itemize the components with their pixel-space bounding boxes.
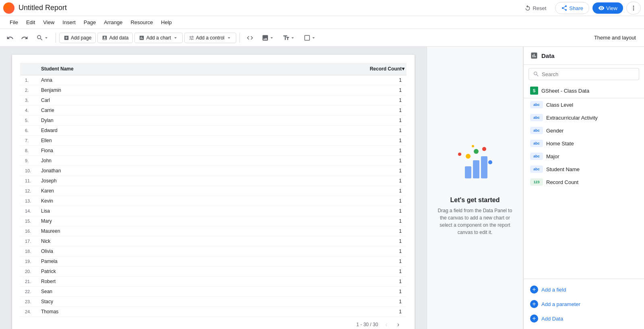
prev-page-button[interactable]: ‹ <box>383 320 390 329</box>
field-item[interactable]: abc Major <box>524 150 644 163</box>
add-field-label: Add a field <box>541 287 566 293</box>
row-num: 13. <box>20 196 36 206</box>
record-count-cell: 1 <box>223 307 407 317</box>
code-button[interactable] <box>243 32 257 43</box>
row-num: 16. <box>20 226 36 236</box>
table-row: 21. Robert 1 <box>20 277 407 287</box>
menu-page[interactable]: Page <box>80 18 99 27</box>
menu-resource[interactable]: Resource <box>127 18 156 27</box>
redo-button[interactable] <box>18 32 31 43</box>
reset-icon <box>524 5 531 11</box>
record-count-cell: 1 <box>223 186 407 196</box>
field-item[interactable]: abc Student Name <box>524 163 644 176</box>
table-row: 24. Thomas 1 <box>20 307 407 317</box>
theme-layout-button[interactable]: Theme and layout <box>589 33 641 43</box>
record-count-cell: 1 <box>223 136 407 146</box>
canvas-area: Student Name Record Count ▼ 1. Anna 1 2.… <box>0 47 427 329</box>
menu-view[interactable]: View <box>40 18 58 27</box>
row-num: 5. <box>20 116 36 126</box>
add-control-label: Add a control <box>196 35 225 41</box>
search-input[interactable] <box>542 71 635 77</box>
student-name-cell: Jonathan <box>36 166 223 176</box>
zoom-button[interactable] <box>33 32 52 43</box>
svg-rect-0 <box>465 166 471 178</box>
table-row: 14. Lisa 1 <box>20 206 407 216</box>
menu-help[interactable]: Help <box>158 18 175 27</box>
student-name-cell: Sean <box>36 287 223 297</box>
row-num: 9. <box>20 156 36 166</box>
data-source-item[interactable]: S GSheet - Class Data <box>524 83 644 98</box>
table-row: 10. Jonathan 1 <box>20 166 407 176</box>
row-num: 23. <box>20 297 36 307</box>
field-label: Record Count <box>546 179 578 185</box>
add-field-button[interactable]: + Add a field <box>530 284 638 295</box>
add-chart-button[interactable]: Add a chart <box>134 33 182 43</box>
student-name-cell: Carl <box>36 95 223 106</box>
row-num: 20. <box>20 267 36 277</box>
field-item[interactable]: abc Gender <box>524 124 644 137</box>
right-panel-header: Data <box>524 47 644 65</box>
app-logo <box>3 2 14 14</box>
table-row: 19. Pamela 1 <box>20 257 407 267</box>
row-num: 3. <box>20 95 36 106</box>
search-box <box>528 68 639 80</box>
search-icon <box>533 71 539 77</box>
shape-button[interactable] <box>300 32 320 43</box>
record-count-cell: 1 <box>223 85 407 95</box>
menu-file[interactable]: File <box>6 18 21 27</box>
row-num: 1. <box>20 75 36 85</box>
field-type-badge: abc <box>530 140 543 147</box>
add-data-bottom-button[interactable]: + Add Data <box>530 313 638 324</box>
table-row: 3. Carl 1 <box>20 95 407 106</box>
field-item[interactable]: abc Class Level <box>524 98 644 111</box>
table-row: 7. Ellen 1 <box>20 136 407 146</box>
row-num: 14. <box>20 206 36 216</box>
reset-button[interactable]: Reset <box>519 2 552 14</box>
redo-icon <box>21 34 28 41</box>
add-data-label: Add data <box>109 35 128 41</box>
started-title: Let's get started <box>450 197 500 204</box>
more-options-button[interactable] <box>626 2 641 14</box>
reset-label: Reset <box>533 5 546 11</box>
menu-arrange[interactable]: Arrange <box>101 18 126 27</box>
image-button[interactable] <box>258 32 278 43</box>
record-count-cell: 1 <box>223 126 407 136</box>
menu-bar: File Edit View Insert Page Arrange Resou… <box>0 16 644 29</box>
menu-insert[interactable]: Insert <box>59 18 79 27</box>
report-page[interactable]: Student Name Record Count ▼ 1. Anna 1 2.… <box>12 55 415 329</box>
view-label: View <box>606 5 617 11</box>
menu-edit[interactable]: Edit <box>23 18 38 27</box>
student-name-cell: Fiona <box>36 146 223 156</box>
field-item[interactable]: abc Extracurricular Activity <box>524 111 644 124</box>
row-num: 21. <box>20 277 36 287</box>
more-icon <box>630 4 637 12</box>
table-row: 1. Anna 1 <box>20 75 407 85</box>
document-title[interactable]: Untitled Report <box>19 4 67 12</box>
table-row: 2. Benjamin 1 <box>20 85 407 95</box>
add-parameter-button[interactable]: + Add a parameter <box>530 298 638 310</box>
share-button[interactable]: Share <box>555 2 589 14</box>
add-page-button[interactable]: Add page <box>59 33 96 43</box>
text-button[interactable] <box>279 32 299 43</box>
text-icon <box>283 34 290 41</box>
table-row: 16. Maureen 1 <box>20 226 407 236</box>
add-control-button[interactable]: Add a control <box>184 33 236 43</box>
student-name-cell: Kevin <box>36 196 223 206</box>
svg-point-8 <box>472 145 474 147</box>
view-button[interactable]: View <box>592 2 623 14</box>
next-page-button[interactable]: › <box>395 320 402 329</box>
row-num: 10. <box>20 166 36 176</box>
field-item[interactable]: 123 Record Count <box>524 176 644 188</box>
record-count-cell: 1 <box>223 277 407 287</box>
field-item[interactable]: abc Home State <box>524 137 644 150</box>
add-data-button[interactable]: Add data <box>97 33 133 43</box>
add-page-icon <box>64 35 69 41</box>
student-name-cell: Maureen <box>36 226 223 236</box>
student-name-cell: Mary <box>36 216 223 226</box>
undo-button[interactable] <box>3 32 17 43</box>
record-count-cell: 1 <box>223 176 407 186</box>
record-count-cell: 1 <box>223 106 407 116</box>
add-page-label: Add page <box>71 35 91 41</box>
student-name-cell: Olivia <box>36 246 223 257</box>
student-name-cell: Karen <box>36 186 223 196</box>
